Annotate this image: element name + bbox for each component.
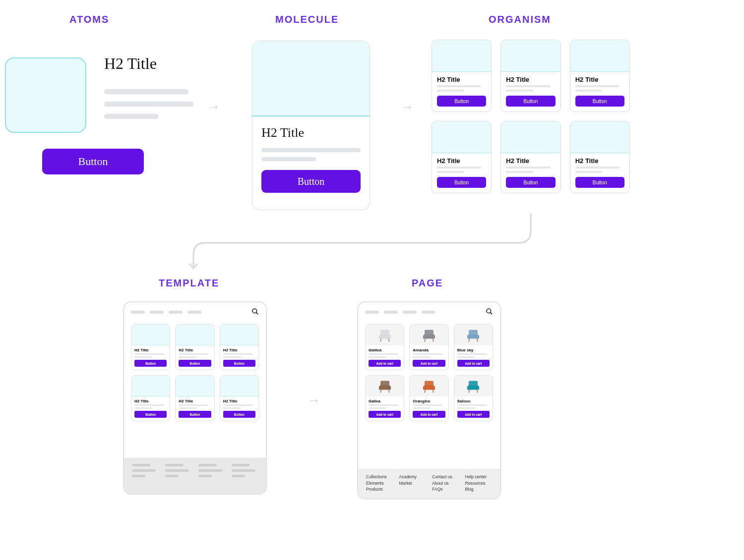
product-image <box>454 376 493 396</box>
organism-card: H2 Title Button <box>570 40 630 112</box>
svg-point-0 <box>252 308 257 313</box>
footer-col: Help center Resources Blog <box>465 474 493 493</box>
footer-link[interactable]: About us <box>432 480 459 487</box>
page-product-card: Galixa Add to cart <box>365 375 404 421</box>
organism-card-button[interactable]: Button <box>575 96 624 107</box>
template-card-title: H2 Title <box>220 345 258 353</box>
template-device: H2 Title Button H2 Title Button H2 Title… <box>123 301 267 495</box>
footer-col-placeholder <box>165 464 191 488</box>
organism-card-button[interactable]: Button <box>437 177 486 188</box>
footer-link[interactable]: Collections <box>366 474 393 480</box>
organism-card: H2 Title Button <box>500 40 560 112</box>
organism-card-lines <box>570 85 629 92</box>
footer-link[interactable]: FAQs <box>432 486 459 493</box>
template-card-title: H2 Title <box>176 345 214 353</box>
svg-rect-7 <box>389 335 391 339</box>
add-to-cart-button[interactable]: Add to cart <box>369 411 401 418</box>
organism-card-button[interactable]: Button <box>437 96 486 107</box>
template-card: H2 Title Button <box>175 375 214 421</box>
template-card-button[interactable]: Button <box>223 411 255 418</box>
page-footer: Collections Elements Products Academy Ma… <box>358 469 500 499</box>
search-icon[interactable] <box>486 308 493 317</box>
add-to-cart-button[interactable]: Add to cart <box>457 411 490 418</box>
add-to-cart-button[interactable]: Add to cart <box>369 360 401 367</box>
nav-placeholder <box>422 311 435 314</box>
svg-line-33 <box>433 390 434 393</box>
footer-col-placeholder <box>232 464 258 488</box>
organism-card-image <box>570 40 629 72</box>
organism-card-lines <box>432 167 491 173</box>
svg-rect-25 <box>389 386 391 390</box>
molecule-title: H2 Title <box>261 125 361 140</box>
footer-link[interactable]: Products <box>366 486 393 493</box>
product-lines <box>366 353 404 358</box>
organism-card-button[interactable]: Button <box>575 177 624 188</box>
organism-card: H2 Title Button <box>432 40 492 112</box>
template-card-button[interactable]: Button <box>223 360 255 367</box>
footer-link[interactable]: Market <box>399 480 427 487</box>
footer-link[interactable]: Contact us <box>432 474 459 480</box>
template-card-button[interactable]: Button <box>179 360 211 367</box>
svg-line-1 <box>256 312 258 314</box>
footer-link[interactable]: Academy <box>399 474 427 480</box>
footer-link[interactable]: Help center <box>465 474 493 480</box>
footer-link[interactable]: Elements <box>366 480 393 487</box>
product-name: Galilea <box>366 345 404 353</box>
organism-card-lines <box>432 85 491 92</box>
page-device: Galilea Add to cart Amanda Add to cart <box>357 301 501 500</box>
product-image <box>366 376 404 396</box>
svg-line-20 <box>469 339 470 342</box>
template-card: H2 Title Button <box>131 375 170 421</box>
template-card-button[interactable]: Button <box>179 411 211 418</box>
nav-placeholder <box>384 311 398 314</box>
product-lines <box>454 404 493 409</box>
svg-rect-31 <box>433 386 435 390</box>
atom-image-placeholder <box>5 57 86 133</box>
template-grid: H2 Title Button H2 Title Button H2 Title… <box>124 322 266 426</box>
footer-col: Academy Market <box>399 474 427 493</box>
template-card: H2 Title Button <box>220 375 259 421</box>
molecule-image-placeholder <box>252 41 370 116</box>
template-card-title: H2 Title <box>131 345 170 353</box>
footer-link[interactable]: Resources <box>465 480 493 487</box>
product-lines <box>454 353 493 358</box>
svg-rect-11 <box>425 330 434 336</box>
organism-card-title: H2 Title <box>501 72 560 85</box>
add-to-cart-button[interactable]: Add to cart <box>457 360 490 367</box>
footer-col-placeholder <box>132 464 158 488</box>
template-card-button[interactable]: Button <box>134 360 167 367</box>
svg-line-15 <box>433 339 434 342</box>
product-name: Galixa <box>366 396 404 404</box>
add-to-cart-button[interactable]: Add to cart <box>413 411 445 418</box>
atom-button[interactable]: Button <box>42 149 144 174</box>
svg-rect-5 <box>380 330 389 336</box>
section-label-molecule: MOLECULE <box>275 14 339 25</box>
product-lines <box>410 404 448 409</box>
template-card-button[interactable]: Button <box>134 411 167 418</box>
template-card: H2 Title Button <box>175 324 214 370</box>
template-card-image <box>131 376 170 396</box>
nav-placeholder <box>150 311 164 314</box>
svg-line-32 <box>425 390 426 393</box>
template-card-image <box>220 376 258 396</box>
add-to-cart-button[interactable]: Add to cart <box>413 360 445 367</box>
organism-card-title: H2 Title <box>432 153 491 167</box>
footer-link[interactable]: Blog <box>465 486 493 493</box>
svg-line-9 <box>388 339 389 342</box>
svg-rect-18 <box>467 335 469 339</box>
nav-placeholder <box>131 311 145 314</box>
footer-col: Contact us About us FAQs <box>432 474 459 493</box>
product-name: Blue sky <box>454 345 493 353</box>
product-image <box>410 376 448 396</box>
section-label-page: PAGE <box>412 278 443 289</box>
organism-card-button[interactable]: Button <box>506 96 555 107</box>
molecule-button[interactable]: Button <box>261 170 361 193</box>
svg-rect-13 <box>433 335 435 339</box>
svg-line-26 <box>380 390 381 393</box>
page-product-card: Amanda Add to cart <box>409 324 448 370</box>
organism-card-button[interactable]: Button <box>506 177 555 188</box>
template-card-image <box>220 325 258 345</box>
organism-card-title: H2 Title <box>501 153 560 167</box>
search-icon[interactable] <box>251 308 259 317</box>
svg-rect-6 <box>379 335 381 339</box>
